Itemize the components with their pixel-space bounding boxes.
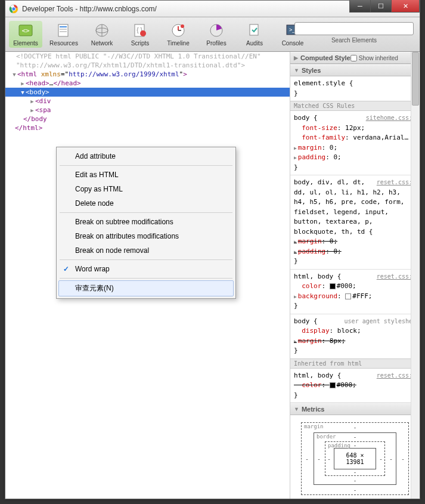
show-inherited-checkbox[interactable]: [350, 55, 357, 61]
source-link: user agent styleshe…: [345, 317, 416, 326]
metrics-header[interactable]: ▼Metrics: [290, 403, 420, 415]
css-rule-reset[interactable]: reset.css:7 body, div, dl, dt, dd, ul, o…: [290, 175, 420, 269]
cm-inspect-element[interactable]: 审查元素(N): [58, 280, 234, 296]
chrome-icon: [9, 4, 18, 14]
search-container: Search Elements: [294, 22, 414, 44]
dom-head-node[interactable]: ▶<head>…</head>: [5, 79, 290, 88]
doctype-line-2[interactable]: "http://www.w3.org/TR/xhtml1/DTD/xhtml1-…: [5, 61, 290, 70]
devtools-window: Developer Tools - http://www.cnblogs.com…: [5, 0, 420, 499]
dom-span-node[interactable]: ▶<spa: [5, 106, 290, 115]
cm-copy-as-html[interactable]: Copy as HTML: [58, 182, 234, 196]
network-icon: [94, 22, 110, 39]
close-button[interactable]: ✕: [391, 0, 420, 13]
doctype-line[interactable]: <!DOCTYPE html PUBLIC "-//W3C//DTD XHTML…: [5, 52, 290, 61]
titlebar: Developer Tools - http://www.cnblogs.com…: [5, 1, 420, 17]
timeline-icon: [170, 22, 187, 39]
tab-elements[interactable]: <> Elements: [9, 21, 42, 48]
metrics-content-size: 648 × 13981: [334, 448, 376, 469]
check-icon: ✓: [63, 265, 69, 273]
toolbar: <> Elements Resources Network { } Script…: [5, 17, 420, 52]
tab-audits[interactable]: Audits: [238, 22, 271, 47]
dom-html-close[interactable]: </html>: [5, 123, 290, 132]
cm-break-attributes[interactable]: Break on attributes modifications: [58, 229, 234, 243]
tab-scripts[interactable]: { } Scripts: [123, 22, 157, 47]
cm-word-wrap[interactable]: ✓Word wrap: [58, 262, 234, 276]
css-rule-ua[interactable]: user agent styleshe… body { display: blo…: [290, 314, 420, 358]
tab-timeline[interactable]: Timeline: [162, 22, 195, 47]
svg-rect-6: [60, 26, 67, 27]
svg-rect-7: [60, 29, 67, 30]
audits-icon: [246, 22, 263, 39]
dom-div-node[interactable]: ▶<div: [5, 97, 290, 106]
sidebar-scrollbar[interactable]: [411, 52, 420, 499]
profiles-icon: [208, 22, 225, 39]
css-rule-inherited[interactable]: reset.css:7 html, body { color: #000; }: [290, 369, 420, 403]
resources-icon: [55, 22, 72, 39]
svg-point-14: [140, 30, 146, 36]
svg-rect-8: [60, 31, 67, 32]
css-rule-htmlbody[interactable]: reset.css:7 html, body { color: #000; ▶b…: [290, 269, 420, 314]
matched-rules-header: Matched CSS Rules: [290, 101, 420, 111]
styles-header[interactable]: ▼Styles: [290, 64, 420, 76]
tab-resources[interactable]: Resources: [47, 22, 80, 47]
tab-profiles[interactable]: Profiles: [200, 22, 233, 47]
svg-text:<>: <>: [21, 27, 30, 35]
element-style-rule[interactable]: element.style { }: [290, 76, 420, 101]
scripts-icon: { }: [132, 22, 148, 39]
show-inherited-toggle[interactable]: Show inherited: [350, 55, 398, 61]
css-rule-body[interactable]: sitehome.css:1 body { font-size: 12px; f…: [290, 111, 420, 175]
minimize-button[interactable]: ─: [349, 0, 371, 13]
svg-point-18: [181, 24, 184, 28]
dom-body-node-selected[interactable]: ▼<body>: [5, 88, 290, 97]
inherited-header: Inherited from html: [290, 358, 420, 369]
search-input[interactable]: [294, 22, 414, 35]
source-link[interactable]: sitehome.css:1: [366, 113, 416, 122]
elements-icon: <>: [17, 22, 34, 39]
dom-body-close[interactable]: </body: [5, 115, 290, 123]
computed-style-header[interactable]: ▶Computed Style Show inherited: [290, 52, 420, 64]
metrics-box[interactable]: margin - - - - border - - - - padding: [290, 415, 420, 499]
dom-tree-panel[interactable]: <!DOCTYPE html PUBLIC "-//W3C//DTD XHTML…: [5, 52, 290, 499]
search-label: Search Elements: [294, 37, 414, 44]
cm-break-removal[interactable]: Break on node removal: [58, 243, 234, 258]
window-controls: ─ ☐ ✕: [350, 0, 420, 13]
cm-edit-as-html[interactable]: Edit as HTML: [58, 168, 234, 182]
maximize-button[interactable]: ☐: [370, 0, 392, 13]
context-menu: Add attribute Edit as HTML Copy as HTML …: [56, 147, 236, 299]
tab-network[interactable]: Network: [85, 22, 119, 47]
dom-html-node[interactable]: ▼<html xmlns="http://www.w3.org/1999/xht…: [5, 70, 290, 79]
cm-break-subtree[interactable]: Break on subtree modifications: [58, 215, 234, 229]
cm-delete-node[interactable]: Delete node: [58, 196, 234, 211]
styles-sidebar[interactable]: ▶Computed Style Show inherited ▼Styles e…: [290, 52, 420, 499]
scroll-thumb[interactable]: [412, 52, 419, 106]
cm-add-attribute[interactable]: Add attribute: [58, 149, 234, 163]
main-content: <!DOCTYPE html PUBLIC "-//W3C//DTD XHTML…: [5, 52, 420, 499]
svg-rect-20: [250, 24, 258, 35]
window-title: Developer Tools - http://www.cnblogs.com…: [22, 5, 157, 13]
svg-point-2: [12, 7, 15, 10]
